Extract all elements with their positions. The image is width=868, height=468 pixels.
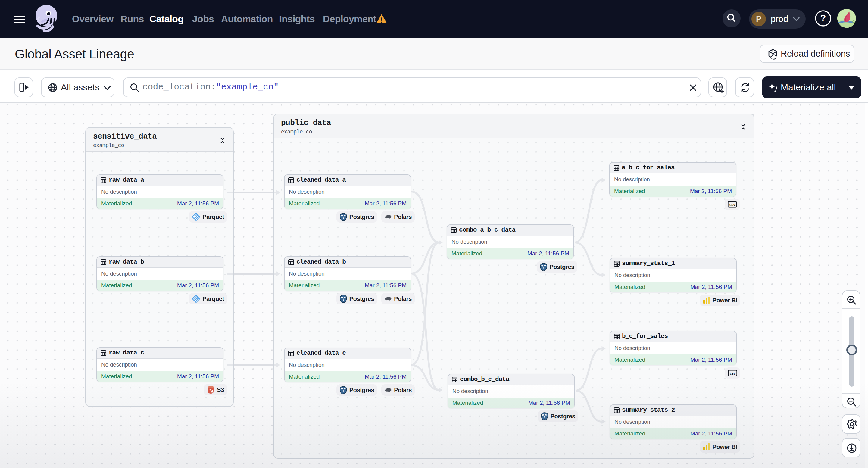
svg-text:csv: csv bbox=[730, 203, 736, 207]
svg-text:csv: csv bbox=[730, 371, 736, 376]
